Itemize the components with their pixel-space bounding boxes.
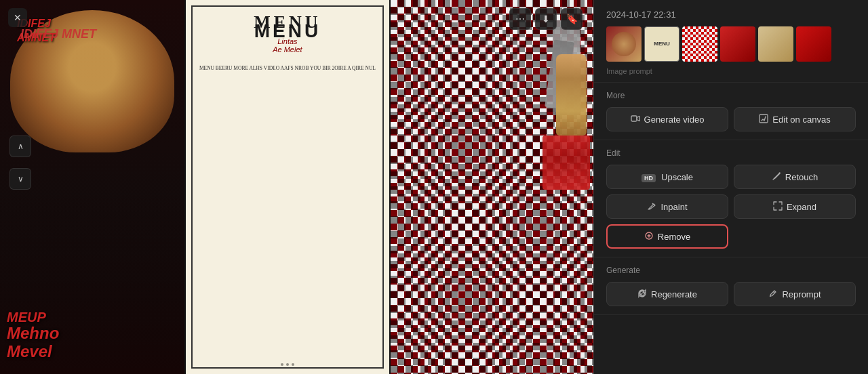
download-icon: ⬇ — [542, 14, 550, 24]
more-options-button[interactable]: ⋯ — [509, 8, 531, 30]
image-grid: IDIFEJAMNET MEUPMehnoMevel MENU LintasAe… — [0, 0, 593, 374]
edit-on-canvas-button[interactable]: Edit on canvas — [734, 107, 856, 131]
edit-on-canvas-label: Edit on canvas — [772, 115, 830, 125]
canvas-icon — [759, 114, 768, 125]
retouch-button[interactable]: Retouch — [734, 165, 856, 189]
remove-icon — [644, 231, 654, 243]
more-button-row: Generate video Edit on canvas — [606, 107, 856, 131]
remove-label: Remove — [658, 232, 690, 242]
retouch-icon — [772, 171, 781, 183]
inpaint-label: Inpaint — [660, 202, 687, 212]
nav-down-button[interactable]: ∨ — [9, 168, 31, 190]
svg-point-2 — [778, 172, 780, 173]
video-icon — [631, 114, 640, 125]
reprompt-button[interactable]: Reprompt — [734, 282, 856, 306]
thumbnail-1[interactable] — [606, 26, 642, 62]
generate-button-row: Regenerate Reprompt — [606, 282, 856, 306]
close-button[interactable]: ✕ — [8, 8, 27, 27]
generate-section-title: Generate — [606, 266, 856, 275]
bookmark-button[interactable]: 🔖 — [561, 8, 583, 30]
image-viewer: ✕ IDIFEJAMNET MEUPMehnoMevel MENU Lintas… — [0, 0, 593, 374]
edit-row-1: HD Upscale Retouch — [606, 165, 856, 189]
thumbnail-strip: MENU — [606, 26, 856, 62]
more-section-title: More — [606, 91, 856, 100]
image-action-bar: ⋯ ⬇ 🔖 — [509, 8, 583, 30]
reprompt-icon — [768, 289, 778, 300]
expand-icon — [773, 201, 783, 213]
edit-section: Edit HD Upscale Retouch — [594, 140, 868, 257]
close-icon: ✕ — [14, 12, 22, 23]
timestamp-label: 2024-10-17 22:31 — [606, 9, 856, 20]
edit-row-2: Inpaint Expand — [606, 194, 856, 219]
reprompt-label: Reprompt — [782, 289, 821, 299]
regenerate-icon — [637, 289, 647, 300]
right-panel: 2024-10-17 22:31 MENU Image prompt More — [593, 0, 868, 374]
upscale-button[interactable]: HD Upscale — [606, 165, 728, 189]
chevron-down-icon: ∨ — [18, 174, 24, 184]
edit-row-3: Remove — [606, 224, 856, 249]
thumbnail-3[interactable] — [682, 26, 717, 62]
bookmark-icon: 🔖 — [566, 14, 578, 24]
bottom-spacer — [594, 315, 868, 374]
edit-section-title: Edit — [606, 148, 856, 158]
upscale-label: Upscale — [661, 172, 693, 182]
inpaint-icon — [647, 201, 656, 213]
remove-button[interactable]: Remove — [606, 224, 728, 249]
svg-rect-1 — [760, 115, 768, 123]
menu-content: MENU BEERU MORE ALHS VIDEO AAFS NROB YOU… — [193, 64, 382, 72]
upscale-icon: HD — [642, 172, 657, 182]
more-icon: ⋯ — [515, 14, 525, 24]
thumbnail-4[interactable] — [720, 26, 755, 62]
thumbnail-2[interactable]: MENU — [644, 26, 679, 62]
image-prompt-label: Image prompt — [606, 67, 856, 75]
generate-section: Generate Regenerate Reprom — [594, 257, 868, 315]
inpaint-button[interactable]: Inpaint — [606, 194, 728, 219]
image-panel-2[interactable]: MENU LintasAe Melet MENU BEERU MORE ALHS… — [186, 0, 389, 374]
chevron-up-icon: ∧ — [18, 142, 24, 151]
panel-header: 2024-10-17 22:31 MENU Image prompt — [594, 0, 868, 83]
thumbnail-5[interactable] — [758, 26, 793, 62]
more-section: More Generate video Edit o — [594, 83, 868, 140]
download-button[interactable]: ⬇ — [535, 8, 557, 30]
regenerate-label: Regenerate — [651, 289, 697, 299]
nav-up-button[interactable]: ∧ — [9, 136, 31, 157]
thumbnail-6[interactable] — [796, 26, 831, 62]
expand-label: Expand — [787, 202, 816, 212]
generate-video-button[interactable]: Generate video — [606, 107, 728, 131]
image-panel-3[interactable] — [391, 0, 593, 374]
generate-video-label: Generate video — [644, 115, 705, 125]
svg-rect-0 — [631, 116, 637, 121]
retouch-label: Retouch — [785, 172, 818, 182]
regenerate-button[interactable]: Regenerate — [606, 282, 728, 306]
expand-button[interactable]: Expand — [734, 194, 856, 219]
